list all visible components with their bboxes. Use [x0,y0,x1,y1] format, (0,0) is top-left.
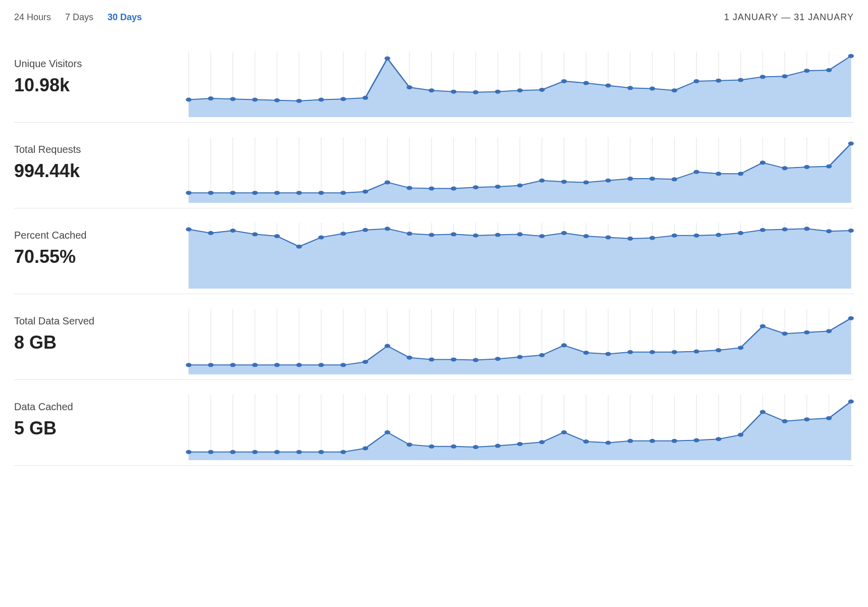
svg-point-284 [296,450,302,454]
svg-point-237 [627,350,633,354]
svg-point-56 [738,78,743,82]
svg-point-33 [230,97,235,101]
svg-point-294 [517,442,523,446]
metric-value: 8 GB [14,332,186,353]
svg-point-93 [186,191,191,195]
svg-point-238 [649,350,655,354]
svg-point-52 [649,87,655,91]
svg-point-182 [782,228,787,232]
svg-point-239 [672,350,677,354]
svg-point-40 [384,57,390,61]
svg-point-305 [760,410,765,414]
svg-point-165 [406,232,412,236]
svg-point-119 [760,160,765,164]
svg-point-293 [495,444,500,448]
svg-point-298 [605,441,611,445]
tab-30-days[interactable]: 30 Days [108,12,142,23]
svg-point-104 [429,187,434,191]
svg-point-31 [186,98,191,102]
svg-point-169 [495,233,500,237]
chart-data-cached [186,395,854,460]
metric-row-data-cached: Data Cached 5 GB [14,380,854,466]
metric-value: 70.55% [14,246,186,267]
svg-point-229 [451,357,456,361]
metric-row-percent-cached: Percent Cached 70.55% [14,208,854,294]
svg-point-228 [429,357,434,361]
svg-point-58 [782,74,787,78]
svg-point-286 [340,450,346,454]
metric-title: Unique Visitors [14,58,186,70]
svg-point-43 [451,90,456,94]
svg-point-246 [826,329,832,333]
svg-point-295 [539,440,545,444]
metric-title: Data Cached [14,401,186,413]
svg-point-117 [716,172,721,176]
svg-point-121 [804,165,809,169]
metric-label-col: Data Cached 5 GB [14,385,186,460]
svg-point-292 [473,445,478,449]
svg-point-112 [605,179,611,183]
svg-point-50 [605,83,611,87]
svg-point-120 [782,166,787,170]
svg-point-162 [340,232,346,236]
svg-point-222 [296,363,302,367]
svg-point-299 [627,439,633,443]
svg-point-174 [605,235,611,239]
metric-row-total-requests: Total Requests 994.44k [14,123,854,208]
chart-col [186,299,854,374]
svg-point-226 [384,344,390,348]
svg-point-105 [451,187,456,191]
svg-point-233 [539,353,545,357]
metric-row-total-data-served: Total Data Served 8 GB [14,294,854,380]
svg-point-303 [716,437,721,441]
svg-point-173 [583,234,589,238]
metric-label-col: Total Requests 994.44k [14,128,186,203]
metric-value: 5 GB [14,418,186,439]
svg-point-308 [826,416,832,420]
svg-point-241 [716,348,721,352]
svg-point-161 [318,235,324,239]
svg-point-98 [296,191,302,195]
svg-point-177 [672,234,677,238]
svg-point-166 [429,233,434,237]
svg-point-101 [363,190,368,194]
svg-point-231 [495,357,500,361]
svg-point-157 [230,229,235,233]
tab-7-days[interactable]: 7 Days [65,12,93,23]
svg-point-109 [539,179,545,183]
svg-point-107 [495,185,500,189]
svg-point-42 [429,88,434,92]
svg-point-118 [738,172,743,176]
metric-label-col: Percent Cached 70.55% [14,213,186,289]
svg-point-49 [583,81,589,85]
svg-point-176 [649,236,655,240]
svg-point-309 [848,400,854,404]
svg-point-156 [208,231,214,235]
svg-point-287 [363,446,368,450]
svg-point-225 [363,360,368,364]
svg-point-115 [672,177,677,181]
svg-point-221 [274,363,280,367]
svg-point-59 [804,69,809,73]
svg-point-302 [694,438,699,443]
svg-point-230 [473,358,478,362]
svg-point-181 [760,228,765,232]
svg-point-96 [252,191,258,195]
svg-point-41 [406,85,412,89]
svg-point-155 [186,228,191,232]
chart-col [186,213,854,289]
top-bar: 24 Hours 7 Days 30 Days 1 JANUARY — 31 J… [14,12,854,23]
date-range-label: 1 JANUARY — 31 JANUARY [724,12,854,23]
svg-point-123 [848,142,854,146]
svg-point-116 [694,170,699,174]
metric-title: Total Requests [14,144,186,155]
svg-point-243 [760,324,765,328]
svg-point-306 [782,419,787,423]
svg-point-53 [672,88,677,92]
tab-24-hours[interactable]: 24 Hours [14,12,51,23]
svg-point-304 [738,433,743,437]
svg-point-183 [804,227,809,231]
svg-point-242 [738,346,743,350]
svg-point-232 [517,355,523,359]
svg-point-289 [406,443,412,447]
